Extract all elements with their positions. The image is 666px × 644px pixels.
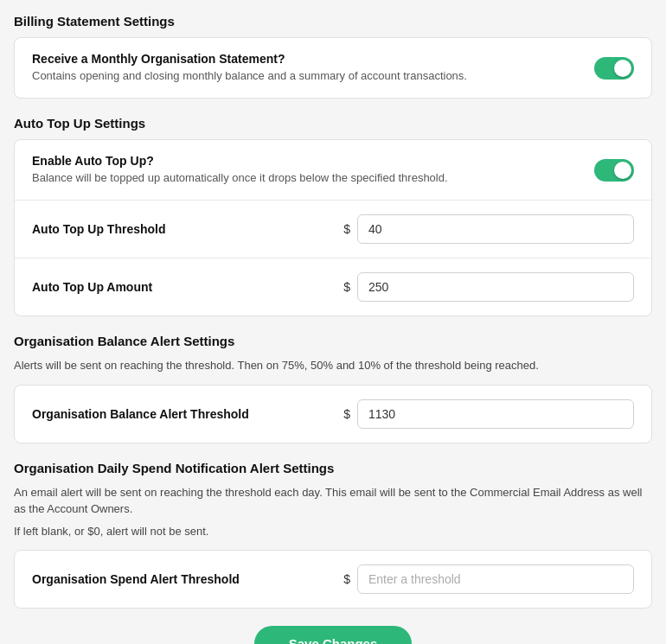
auto-top-up-threshold-label: Auto Top Up Threshold [32,222,343,236]
auto-top-up-toggle[interactable] [594,159,634,182]
auto-top-up-slider [594,159,634,182]
balance-alert-card: Organisation Balance Alert Threshold $ [14,385,652,443]
billing-statement-card: Receive a Monthly Organisation Statement… [14,37,652,99]
auto-top-up-amount-currency: $ [343,280,350,294]
balance-alert-threshold-label: Organisation Balance Alert Threshold [32,407,343,421]
daily-spend-threshold-input[interactable] [357,564,634,594]
billing-statement-label-group: Receive a Monthly Organisation Statement… [32,52,577,84]
auto-top-up-section: Auto Top Up Settings Enable Auto Top Up?… [14,116,652,316]
save-button[interactable]: Save Changes [254,626,413,644]
auto-top-up-threshold-input-group: $ [343,214,634,244]
billing-statement-title: Billing Statement Settings [14,14,652,29]
page-container: Billing Statement Settings Receive a Mon… [14,14,652,644]
auto-top-up-amount-input[interactable] [357,272,634,302]
auto-top-up-toggle-row: Enable Auto Top Up? Balance will be topp… [15,140,651,201]
billing-statement-toggle-description: Contains opening and closing monthly bal… [32,68,577,84]
auto-top-up-threshold-currency: $ [343,222,350,236]
daily-spend-threshold-row: Organisation Spend Alert Threshold $ [15,551,651,608]
daily-spend-currency: $ [343,572,350,586]
save-button-container: Save Changes [14,626,652,644]
daily-spend-threshold-label: Organisation Spend Alert Threshold [32,572,343,586]
balance-alert-section: Organisation Balance Alert Settings Aler… [14,334,652,443]
auto-top-up-toggle-label: Enable Auto Top Up? [32,154,577,168]
billing-statement-slider [594,57,634,80]
auto-top-up-threshold-row: Auto Top Up Threshold $ [15,201,651,258]
daily-spend-title: Organisation Daily Spend Notification Al… [14,461,652,475]
balance-alert-title: Organisation Balance Alert Settings [14,334,652,348]
daily-spend-description2: If left blank, or $0, alert will not be … [14,523,652,540]
daily-spend-description1: An email alert will be sent on reaching … [14,484,652,518]
billing-statement-section: Billing Statement Settings Receive a Mon… [14,14,652,99]
balance-alert-currency: $ [343,407,350,421]
daily-spend-input-group: $ [343,564,634,594]
balance-alert-input-group: $ [343,399,634,429]
auto-top-up-toggle-wrapper[interactable] [594,159,634,182]
auto-top-up-amount-input-group: $ [343,272,634,302]
daily-spend-section: Organisation Daily Spend Notification Al… [14,461,652,609]
billing-statement-toggle-label: Receive a Monthly Organisation Statement… [32,52,577,66]
auto-top-up-amount-label: Auto Top Up Amount [32,280,343,294]
auto-top-up-card: Enable Auto Top Up? Balance will be topp… [14,139,652,316]
auto-top-up-threshold-input[interactable] [357,214,634,244]
balance-alert-threshold-input[interactable] [357,399,634,429]
auto-top-up-title: Auto Top Up Settings [14,116,652,131]
daily-spend-card: Organisation Spend Alert Threshold $ [14,550,652,609]
balance-alert-threshold-row: Organisation Balance Alert Threshold $ [15,386,651,443]
auto-top-up-label-group: Enable Auto Top Up? Balance will be topp… [32,154,577,186]
billing-statement-toggle-row: Receive a Monthly Organisation Statement… [15,38,651,98]
auto-top-up-amount-row: Auto Top Up Amount $ [15,258,651,316]
balance-alert-description: Alerts will be sent on reaching the thre… [14,357,652,374]
billing-statement-toggle-wrapper[interactable] [594,57,634,80]
auto-top-up-toggle-description: Balance will be topped up automatically … [32,170,577,186]
billing-statement-toggle[interactable] [594,57,634,80]
